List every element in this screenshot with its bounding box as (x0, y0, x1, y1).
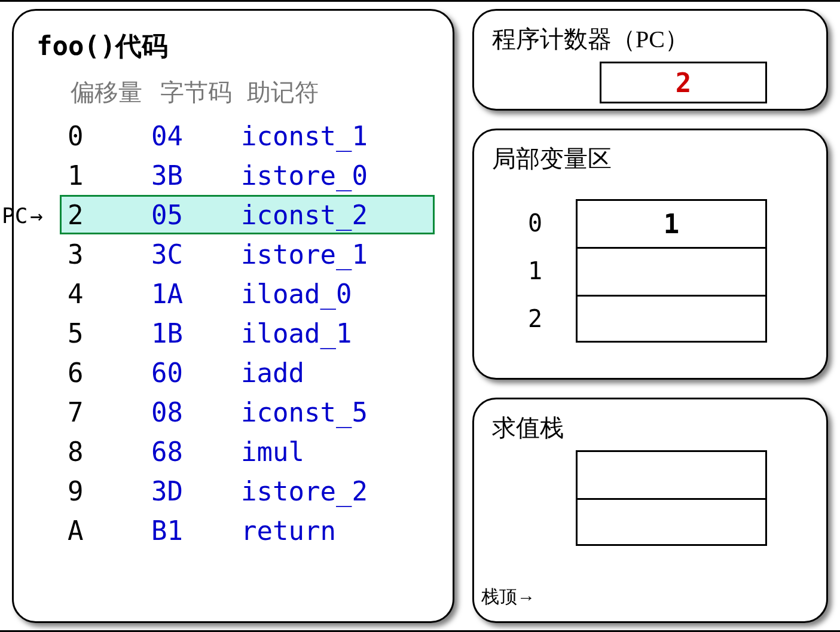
code-bytecode: 3C (151, 239, 241, 270)
right-column: 程序计数器（PC） 2 局部变量区 0112 求值栈 栈顶 → (472, 9, 828, 623)
locals-table: 0112 (528, 199, 808, 343)
code-mnemonic: iconst_2 (241, 200, 420, 230)
code-offset: 7 (68, 397, 151, 428)
code-offset: 2 (68, 200, 151, 230)
code-mnemonic: iload_1 (241, 318, 420, 349)
stack-panel-title: 求值栈 (492, 411, 808, 444)
pc-arrow: PC→ (2, 203, 43, 228)
code-offset: 0 (68, 121, 151, 151)
stack-top-text: 栈顶 (481, 585, 517, 609)
code-bytecode: 04 (151, 121, 241, 151)
code-bytecode: 3D (151, 476, 241, 506)
arrow-right-icon: → (30, 203, 43, 228)
pc-panel-title: 程序计数器（PC） (492, 23, 808, 56)
code-mnemonic: return (241, 515, 420, 546)
pc-panel: 程序计数器（PC） 2 (472, 9, 828, 111)
stack-cell (576, 450, 767, 498)
pc-value-box: 2 (600, 62, 767, 103)
code-mnemonic: imul (241, 436, 420, 467)
code-bytecode: 05 (151, 200, 241, 230)
locals-cell: 1 (576, 199, 767, 247)
jvm-state-diagram: foo()代码 偏移量 字节码 助记符 004iconst_113Bistore… (0, 0, 840, 632)
code-bytecode: 60 (151, 358, 241, 388)
code-mnemonic: iconst_1 (241, 121, 420, 151)
locals-panel: 局部变量区 0112 (472, 129, 828, 380)
locals-cell (576, 295, 767, 343)
code-mnemonic: istore_1 (241, 239, 420, 270)
code-panel: foo()代码 偏移量 字节码 助记符 004iconst_113Bistore… (12, 9, 454, 623)
header-mnemonic: 助记符 (241, 76, 396, 109)
code-offset: A (68, 515, 151, 546)
code-row: 41Aiload_0 (62, 274, 435, 313)
code-row: 004iconst_1 (62, 116, 435, 155)
code-offset: 6 (68, 358, 151, 388)
stack-cells (576, 450, 808, 546)
code-row: 93Distore_2 (62, 471, 435, 511)
code-offset: 5 (68, 318, 151, 349)
code-bytecode: 3B (151, 160, 241, 191)
code-offset: 3 (68, 239, 151, 270)
code-row: 660iadd (62, 353, 435, 392)
code-offset: 9 (68, 476, 151, 506)
code-mnemonic: istore_0 (241, 160, 420, 191)
arrow-right-icon: → (517, 587, 535, 607)
code-offset: 1 (68, 160, 151, 191)
stack-top-label: 栈顶 → (481, 585, 535, 609)
code-row: 51Biload_1 (62, 313, 435, 353)
locals-index: 2 (528, 305, 576, 332)
code-bytecode: 08 (151, 397, 241, 428)
code-row: AB1return (62, 511, 435, 550)
code-mnemonic: iadd (241, 358, 420, 388)
code-row: 33Cistore_1 (62, 234, 435, 274)
locals-row: 2 (528, 295, 808, 343)
code-bytecode: B1 (151, 515, 241, 546)
locals-row: 01 (528, 199, 808, 247)
stack-cell (576, 498, 767, 546)
code-rows: 004iconst_113Bistore_0205iconst_2PC→33Ci… (32, 116, 435, 550)
locals-index: 0 (528, 209, 576, 237)
code-mnemonic: istore_2 (241, 476, 420, 506)
code-bytecode: 68 (151, 436, 241, 467)
header-offset: 偏移量 (62, 76, 151, 109)
code-bytecode: 1A (151, 279, 241, 309)
code-mnemonic: iconst_5 (241, 397, 420, 428)
locals-panel-title: 局部变量区 (492, 142, 808, 175)
code-bytecode: 1B (151, 318, 241, 349)
locals-row: 1 (528, 247, 808, 295)
code-mnemonic: iload_0 (241, 279, 420, 309)
code-headers: 偏移量 字节码 助记符 (62, 76, 435, 109)
locals-index: 1 (528, 257, 576, 285)
code-row: 13Bistore_0 (62, 155, 435, 195)
code-offset: 4 (68, 279, 151, 309)
code-row: 708iconst_5 (62, 392, 435, 432)
stack-panel: 求值栈 栈顶 → (472, 398, 828, 623)
code-panel-title: foo()代码 (36, 29, 435, 64)
header-bytecode: 字节码 (151, 76, 241, 109)
pc-arrow-label: PC (2, 203, 28, 228)
locals-cell (576, 247, 767, 295)
code-offset: 8 (68, 436, 151, 467)
code-row: 205iconst_2 (60, 195, 435, 234)
code-row: 868imul (62, 432, 435, 471)
